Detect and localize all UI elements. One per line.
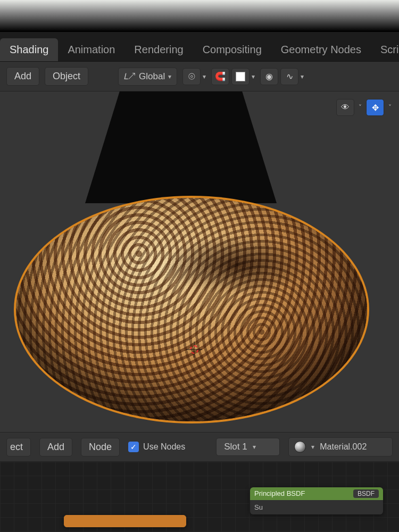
node-output-socket[interactable]: BSDF xyxy=(353,489,379,498)
transform-orientation-dropdown[interactable]: 𝘓↗ Global ▾ xyxy=(118,68,177,86)
app-window: Shading Animation Rendering Compositing … xyxy=(0,0,399,532)
chevron-down-icon: ▾ xyxy=(311,443,314,451)
magnet-icon: 🧲 xyxy=(215,71,226,81)
shader-editor-header: ect Add Node ✓ Use Nodes Slot 1 ▾ ▾ Mate… xyxy=(0,432,399,462)
tab-geometry-nodes[interactable]: Geometry Nodes xyxy=(271,38,371,61)
checkbox-checked-icon: ✓ xyxy=(128,442,139,452)
proportional-edit-toggle[interactable]: ◉ xyxy=(260,68,278,85)
chevron-down-icon: ▾ xyxy=(168,73,171,80)
add-menu[interactable]: Add xyxy=(6,67,39,86)
snap-target-swatch[interactable] xyxy=(231,68,250,85)
gizmo-icon: ✥ xyxy=(372,103,379,113)
swatch-icon xyxy=(236,72,245,81)
material-selector[interactable]: ▾ Material.002 xyxy=(288,437,393,456)
snap-toggle[interactable]: 🧲 xyxy=(211,68,229,85)
pivot-dropdown[interactable]: ⦾ xyxy=(182,68,201,85)
material-slot-dropdown[interactable]: Slot 1 ▾ xyxy=(216,438,280,456)
node-title xyxy=(68,517,70,525)
proportional-group: ◉ ∿ ▾ xyxy=(260,68,304,85)
scene-plane-object[interactable] xyxy=(85,92,277,203)
select-menu[interactable]: ect xyxy=(6,438,31,456)
tab-animation[interactable]: Animation xyxy=(58,38,124,61)
pivot-group: ⦾ ▾ xyxy=(182,68,206,85)
use-nodes-toggle[interactable]: ✓ Use Nodes xyxy=(128,442,185,452)
chevron-down-icon[interactable]: ˅ xyxy=(359,104,362,111)
pivot-icon: ⦾ xyxy=(188,72,195,81)
node-image-texture[interactable] xyxy=(64,515,186,527)
curve-icon: ∿ xyxy=(286,71,293,81)
chevron-down-icon: ▾ xyxy=(203,73,206,80)
tab-scripting[interactable]: Scripting xyxy=(371,38,399,61)
node-menu[interactable]: Node xyxy=(81,438,120,456)
scene-torus-object[interactable] xyxy=(16,198,367,421)
overlays-toggle[interactable]: 👁 xyxy=(336,99,354,116)
slot-label: Slot 1 xyxy=(224,442,247,452)
tab-rendering[interactable]: Rendering xyxy=(124,38,193,61)
gizmo-toggle[interactable]: ✥ xyxy=(366,99,384,116)
use-nodes-label: Use Nodes xyxy=(143,442,185,452)
node-title: Principled BSDF xyxy=(254,489,305,498)
target-icon: ◉ xyxy=(265,71,273,81)
snap-group: 🧲 ▾ xyxy=(211,68,255,85)
workspace-tabs: Shading Animation Rendering Compositing … xyxy=(0,32,399,62)
node-principled-bsdf[interactable]: Principled BSDF BSDF Su xyxy=(250,487,383,514)
node-row: Su xyxy=(254,503,263,511)
chevron-down-icon[interactable]: ˅ xyxy=(388,104,392,111)
chevron-down-icon: ▾ xyxy=(252,73,255,80)
chevron-down-icon: ▾ xyxy=(253,443,256,451)
monitor-bezel xyxy=(0,0,399,32)
object-menu[interactable]: Object xyxy=(45,67,88,86)
orientation-label: Global xyxy=(139,71,165,82)
falloff-dropdown[interactable]: ∿ xyxy=(280,68,298,85)
viewport-header: Add Object 𝘓↗ Global ▾ ⦾ ▾ 🧲 ▾ ◉ xyxy=(0,62,399,92)
material-name: Material.002 xyxy=(320,442,367,452)
viewport-overlay-controls: 👁 ˅ ✥ ˅ xyxy=(336,99,392,116)
chevron-down-icon: ▾ xyxy=(301,73,304,80)
add-node-menu[interactable]: Add xyxy=(39,438,72,456)
eye-icon: 👁 xyxy=(341,103,350,112)
shader-editor-canvas[interactable]: Principled BSDF BSDF Su xyxy=(0,462,399,532)
material-preview-icon xyxy=(294,441,306,453)
tab-compositing[interactable]: Compositing xyxy=(193,38,271,61)
axes-icon: 𝘓↗ xyxy=(124,71,136,82)
tab-shading[interactable]: Shading xyxy=(0,38,58,61)
viewport-3d[interactable]: 👁 ˅ ✥ ˅ xyxy=(0,92,399,432)
